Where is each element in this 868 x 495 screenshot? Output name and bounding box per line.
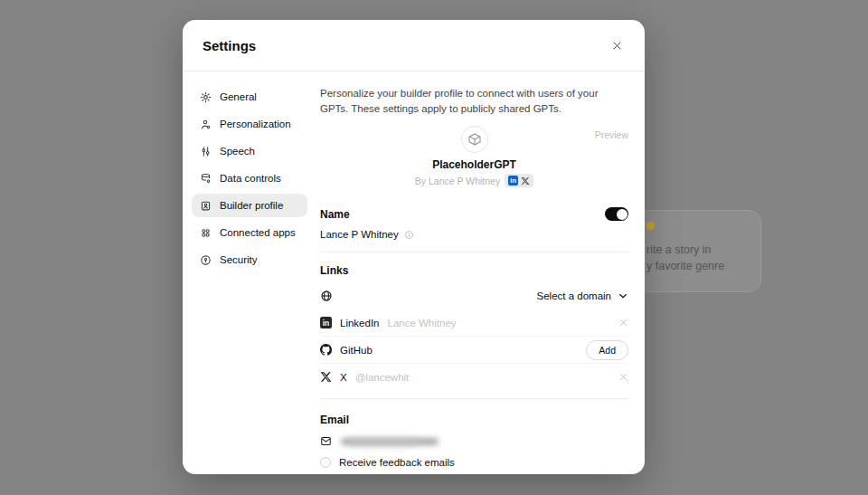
x-icon [521,176,530,186]
settings-modal: Settings General [183,20,645,474]
github-label: GitHub [340,345,373,356]
page-title: Settings [203,38,256,53]
remove-x-button[interactable] [618,372,628,382]
gpt-avatar [461,126,488,153]
mail-icon [320,435,333,447]
sidebar-item-label: Builder profile [220,200,283,211]
feedback-emails-row: Receive feedback emails [320,457,628,468]
name-visibility-toggle[interactable] [605,207,628,221]
email-section-title: Email [320,414,628,426]
gpt-byline: By Lance P Whitney in [320,174,628,187]
cube-icon [467,132,482,147]
add-github-button[interactable]: Add [586,340,628,360]
close-button[interactable] [609,38,625,53]
name-value-field[interactable]: Lance P Whitney [320,229,628,240]
linkedin-icon: in [508,176,518,186]
links-section-title: Links [320,264,628,277]
receive-feedback-label: Receive feedback emails [339,457,455,468]
globe-icon [320,290,333,302]
email-row [320,435,628,447]
linkedin-link-row: in LinkedIn Lance Whitney [320,309,628,336]
sidebar-item-general[interactable]: General [192,85,307,109]
preview-label: Preview [595,129,628,140]
id-card-icon [200,200,212,212]
section-description: Personalize your builder profile to conn… [320,86,628,117]
x-link-row: X @lancewhit [320,364,628,390]
name-section-title: Name [320,208,350,221]
suggestion-line: rite a story in [646,242,751,258]
chevron-down-icon [618,290,628,301]
receive-feedback-checkbox[interactable] [320,457,331,468]
toggle-knob [617,209,627,220]
screen: rite a story in y favorite genre Setting… [0,0,868,495]
name-section-header: Name [320,207,628,221]
close-icon [611,40,623,52]
divider [320,252,628,252]
gpt-name: PlaceholderGPT [320,158,628,171]
person-icon [200,119,212,130]
builder-profile-panel: Personalize your builder profile to conn… [307,71,645,468]
sidebar-item-speech[interactable]: Speech [192,139,307,163]
linkedin-icon: in [320,317,332,328]
x-label: X [340,372,347,383]
sidebar-item-builder-profile[interactable]: Builder profile [192,194,307,217]
sidebar-item-label: Data controls [220,173,281,184]
profile-preview: Preview PlaceholderGPT By Lance P Whitne… [320,126,628,187]
domain-select[interactable]: Select a domain [537,290,628,301]
x-icon [320,371,332,383]
linkedin-value-input[interactable]: Lance Whitney [387,318,456,328]
github-icon [320,344,332,356]
background-suggestion-card: rite a story in y favorite genre [637,210,761,292]
sidebar-item-data-controls[interactable]: Data controls [192,167,307,190]
sidebar-item-personalization[interactable]: Personalization [192,112,307,136]
github-link-row: GitHub Add [320,337,628,363]
sparkle-icon [646,222,655,230]
divider [320,398,628,399]
byline-text: By Lance P Whitney [415,176,500,186]
sidebar-item-label: Speech [220,146,255,157]
settings-sidebar: General Personalization Speech [183,71,307,275]
byline-social-badges: in [505,174,533,187]
sidebar-item-connected-apps[interactable]: Connected apps [192,221,307,244]
sidebar-item-label: Connected apps [220,227,296,238]
security-lock-icon [200,254,212,266]
remove-linkedin-button[interactable] [618,318,628,328]
x-value-input[interactable]: @lancewhit [355,372,410,383]
gear-icon [200,91,212,103]
suggestion-line: y favorite genre [646,258,751,274]
name-value: Lance P Whitney [320,229,399,240]
sliders-icon [200,146,212,157]
sidebar-item-security[interactable]: Security [192,248,307,271]
sidebar-item-label: Security [220,254,258,265]
modal-header: Settings [183,20,645,71]
sidebar-item-label: Personalization [220,119,291,129]
database-icon [200,173,212,185]
info-icon[interactable] [404,230,414,240]
website-domain-row[interactable]: Select a domain [320,282,628,309]
obscured-email-value [341,436,439,447]
linkedin-label: LinkedIn [340,318,379,328]
sidebar-item-label: General [220,91,257,102]
domain-select-value: Select a domain [537,290,611,301]
apps-grid-icon [200,227,212,239]
